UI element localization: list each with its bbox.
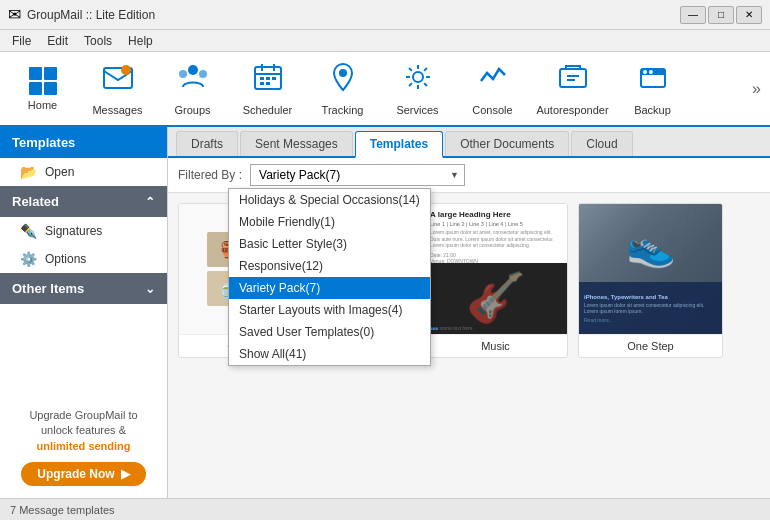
toolbar-home[interactable]: Home (5, 54, 80, 124)
sidebar-otheritems-label: Other Items (12, 281, 84, 296)
sidebar-options[interactable]: ⚙️ Options (0, 245, 167, 273)
toolbar-tracking[interactable]: Tracking (305, 54, 380, 124)
sidebar-open-label: Open (45, 165, 74, 179)
sidebar-otheritems-header[interactable]: Other Items ⌄ (0, 273, 167, 304)
sidebar-templates-label: Templates (12, 135, 75, 150)
template-card-music[interactable]: A large Heading Here Line 1 | Line 2 | L… (423, 203, 568, 358)
dropdown-item-2[interactable]: Basic Letter Style(3) (229, 233, 430, 255)
filter-bar: Filtered By : Holidays & Special Occasio… (168, 158, 770, 193)
toolbar-expand-icon[interactable]: » (748, 76, 765, 102)
tab-cloud[interactable]: Cloud (571, 131, 632, 156)
unlimited-text: unlimited sending (36, 440, 130, 452)
toolbar-backup[interactable]: Backup (615, 54, 690, 124)
sidebar-related-header[interactable]: Related ⌃ (0, 186, 167, 217)
window-title: GroupMail :: Lite Edition (27, 8, 680, 22)
toolbar-messages-label: Messages (92, 104, 142, 116)
dropdown-item-0[interactable]: Holidays & Special Occasions(14) (229, 189, 430, 211)
toolbar-console[interactable]: Console (455, 54, 530, 124)
otheritems-chevron-icon: ⌄ (145, 282, 155, 296)
app-icon: ✉ (8, 5, 21, 24)
svg-rect-10 (266, 77, 270, 80)
svg-point-3 (179, 70, 187, 78)
tab-drafts[interactable]: Drafts (176, 131, 238, 156)
toolbar-backup-label: Backup (634, 104, 671, 116)
svg-rect-9 (260, 77, 264, 80)
onestep-preview: 👟 iPhones, Typewriters and Tea Lorem ips… (579, 204, 722, 334)
svg-point-14 (339, 69, 347, 77)
upgrade-button[interactable]: Upgrade Now ▶ (21, 462, 145, 486)
title-bar: ✉ GroupMail :: Lite Edition — □ ✕ (0, 0, 770, 30)
sidebar-related-label: Related (12, 194, 59, 209)
close-button[interactable]: ✕ (736, 6, 762, 24)
toolbar-tracking-label: Tracking (322, 104, 364, 116)
sidebar-templates-header[interactable]: Templates (0, 127, 167, 158)
main-layout: Templates 📂 Open Related ⌃ ✒️ Signatures… (0, 127, 770, 498)
sidebar-upgrade-section: Upgrade GroupMail to unlock features & u… (0, 396, 167, 498)
dropdown-item-4[interactable]: Variety Pack(7) (229, 277, 430, 299)
menu-bar: File Edit Tools Help (0, 30, 770, 52)
minimize-button[interactable]: — (680, 6, 706, 24)
sidebar-signatures[interactable]: ✒️ Signatures (0, 217, 167, 245)
sidebar-open[interactable]: 📂 Open (0, 158, 167, 186)
signature-icon: ✒️ (20, 223, 37, 239)
maximize-button[interactable]: □ (708, 6, 734, 24)
content-area: Drafts Sent Messages Templates Other Doc… (168, 127, 770, 498)
filter-select[interactable]: Holidays & Special Occasions(14) Mobile … (250, 164, 465, 186)
music-label: Music (424, 334, 567, 357)
dropdown-item-6[interactable]: Saved User Templates(0) (229, 321, 430, 343)
svg-rect-16 (560, 69, 586, 87)
toolbar: Home Messages Groups (0, 52, 770, 127)
toolbar-console-label: Console (472, 104, 512, 116)
toolbar-autoresponder-label: Autoresponder (536, 104, 608, 116)
calendar-icon (252, 61, 284, 100)
dropdown-item-1[interactable]: Mobile Friendly(1) (229, 211, 430, 233)
tab-templates[interactable]: Templates (355, 131, 443, 158)
template-card-onestep[interactable]: 👟 iPhones, Typewriters and Tea Lorem ips… (578, 203, 723, 358)
sidebar: Templates 📂 Open Related ⌃ ✒️ Signatures… (0, 127, 168, 498)
upgrade-arrow-icon: ▶ (121, 467, 130, 481)
menu-help[interactable]: Help (120, 32, 161, 50)
dropdown-item-5[interactable]: Starter Layouts with Images(4) (229, 299, 430, 321)
toolbar-messages[interactable]: Messages (80, 54, 155, 124)
svg-point-15 (413, 72, 423, 82)
toolbar-services[interactable]: Services (380, 54, 455, 124)
svg-rect-13 (266, 82, 270, 85)
sidebar-options-label: Options (45, 252, 86, 266)
autoresponder-icon (557, 61, 589, 100)
toolbar-scheduler[interactable]: Scheduler (230, 54, 305, 124)
toolbar-services-label: Services (396, 104, 438, 116)
related-chevron-icon: ⌃ (145, 195, 155, 209)
options-icon: ⚙️ (20, 251, 37, 267)
svg-point-4 (199, 70, 207, 78)
toolbar-scheduler-label: Scheduler (243, 104, 293, 116)
toolbar-groups[interactable]: Groups (155, 54, 230, 124)
dropdown-item-3[interactable]: Responsive(12) (229, 255, 430, 277)
people-icon (177, 61, 209, 100)
backup-icon (637, 61, 669, 100)
svg-rect-11 (272, 77, 276, 80)
dropdown-item-7[interactable]: Show All(41) (229, 343, 430, 365)
open-icon: 📂 (20, 164, 37, 180)
toolbar-autoresponder[interactable]: Autoresponder (530, 54, 615, 124)
status-text: 7 Message templates (10, 504, 115, 516)
menu-edit[interactable]: Edit (39, 32, 76, 50)
tracking-icon (327, 61, 359, 100)
svg-point-1 (121, 65, 131, 75)
envelope-icon (102, 61, 134, 100)
tab-other-documents[interactable]: Other Documents (445, 131, 569, 156)
tab-sent[interactable]: Sent Messages (240, 131, 353, 156)
filter-select-wrapper[interactable]: Holidays & Special Occasions(14) Mobile … (250, 164, 465, 186)
tabs-bar: Drafts Sent Messages Templates Other Doc… (168, 127, 770, 158)
svg-point-2 (188, 65, 198, 75)
music-preview: A large Heading Here Line 1 | Line 2 | L… (424, 204, 567, 334)
window-controls: — □ ✕ (680, 6, 762, 24)
services-icon (402, 61, 434, 100)
menu-tools[interactable]: Tools (76, 32, 120, 50)
menu-file[interactable]: File (4, 32, 39, 50)
onestep-label: One Step (579, 334, 722, 357)
upgrade-text: Upgrade GroupMail to unlock features & (29, 409, 137, 436)
console-icon (477, 61, 509, 100)
status-bar: 7 Message templates (0, 498, 770, 520)
home-icon (29, 67, 57, 95)
filter-dropdown: Holidays & Special Occasions(14) Mobile … (228, 188, 431, 366)
